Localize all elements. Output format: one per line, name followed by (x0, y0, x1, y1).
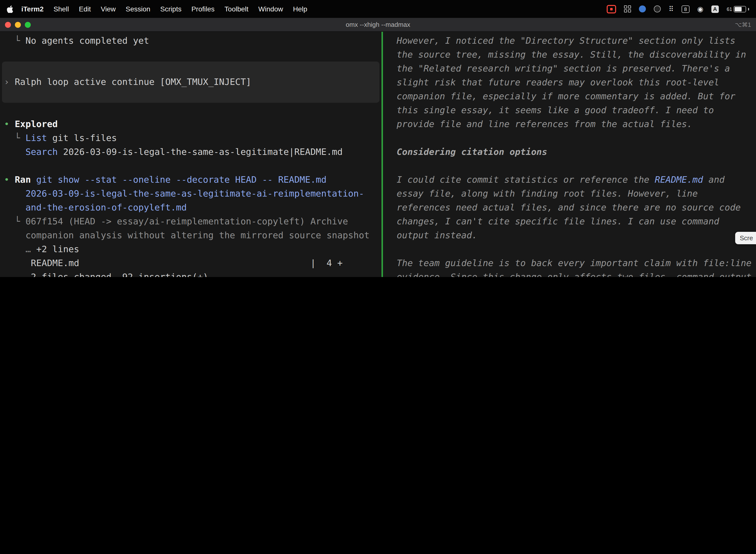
text-segment: • (4, 119, 15, 129)
terminal-line: └ 067f154 (HEAD -> essay/ai-reimplementa… (0, 214, 381, 228)
terminal-line: › Ralph loop active continue [OMX_TMUX_I… (4, 75, 379, 89)
text-segment: git ls-files (47, 132, 117, 143)
text-segment: Ran (15, 174, 31, 185)
battery-percent: 61 (727, 6, 732, 12)
text-segment: 2 files changed, 92 insertions(+) (4, 272, 208, 277)
text-segment: However, I noticed the "Directory Struct… (386, 35, 736, 46)
menu-bar-status-icons: ⠿ 8 ◉ A 61 (607, 5, 756, 13)
workspace-grid-icon[interactable] (624, 5, 631, 12)
menu-bar: iTerm2ShellEditViewSessionScriptsProfile… (0, 0, 756, 18)
text-segment: git show --stat --oneline --decorate HEA… (31, 174, 326, 185)
dark-app-icon[interactable] (654, 5, 661, 12)
menu-item-scripts[interactable]: Scripts (155, 5, 187, 13)
text-segment: README.md | 4 + (4, 258, 342, 268)
text-segment: └ (4, 132, 25, 143)
window-title-bar: omx --xhigh --madmax ⌥⌘1 (0, 18, 756, 32)
menu-item-toolbelt[interactable]: Toolbelt (219, 5, 253, 13)
app-grid-icon[interactable]: ⠿ (669, 5, 674, 12)
text-segment: Ralph loop active continue [OMX_TMUX_INJ… (15, 76, 251, 87)
menu-items: iTerm2ShellEditViewSessionScriptsProfile… (16, 5, 312, 13)
terminal-line: Search 2026-03-09-is-legal-the-same-as-l… (0, 145, 381, 159)
terminal-line: essay file, along with finding root file… (383, 187, 756, 201)
text-segment: 2026-03-09-is-legal-the-same-as-legitima… (58, 147, 343, 157)
right-pane[interactable]: However, I noticed the "Directory Struct… (383, 32, 756, 277)
text-segment: provide file and line references from th… (386, 119, 692, 129)
input-source-icon[interactable]: A (711, 5, 719, 13)
text-segment: the "Related research writing" section i… (386, 63, 730, 73)
text-segment: this single essay, it seems like a good … (386, 105, 714, 115)
blank-line (383, 159, 756, 173)
text-segment: └ (4, 35, 25, 46)
text-segment: and-the-erosion-of-copyleft.md (4, 202, 187, 213)
terminal-line: • Explored (0, 117, 381, 131)
menu-item-session[interactable]: Session (121, 5, 155, 13)
apple-menu-icon[interactable] (7, 5, 13, 13)
terminal-line: 2 files changed, 92 insertions(+) (0, 270, 381, 277)
text-segment: and (703, 174, 725, 185)
terminal-line: the source tree, missing the essay. Stil… (383, 48, 756, 62)
terminal-line: … +2 lines (0, 242, 381, 256)
menu-item-profiles[interactable]: Profiles (187, 5, 219, 13)
left-pane[interactable]: └ No agents completed yet› Ralph loop ac… (0, 32, 381, 277)
window-title: omx --xhigh --madmax (0, 21, 756, 28)
terminal-line: 2026-03-09-is-legal-the-same-as-legitima… (0, 187, 381, 201)
text-segment: companion file, especially if more comme… (386, 91, 736, 101)
terminal-line: However, I noticed the "Directory Struct… (383, 34, 756, 48)
terminal-line: • Ran git show --stat --oneline --decora… (0, 173, 381, 187)
keycap-8-icon[interactable]: 8 (682, 5, 689, 13)
blank-line (383, 131, 756, 145)
text-segment: List (25, 132, 47, 143)
text-segment: … (4, 244, 36, 254)
terminal-line: slight risk that future readers may over… (383, 75, 756, 89)
menu-bar-left: iTerm2ShellEditViewSessionScriptsProfile… (0, 5, 312, 13)
screen: iTerm2ShellEditViewSessionScriptsProfile… (0, 0, 756, 277)
terminal-line: this single essay, it seems like a good … (383, 103, 756, 117)
blank-line (0, 159, 381, 173)
battery-icon[interactable]: 61 (727, 6, 749, 12)
text-segment: evidence. Since this change only affects… (386, 272, 752, 277)
ralph-loop-banner: › Ralph loop active continue [OMX_TMUX_I… (2, 62, 379, 103)
terminal-line: Considering citation options (383, 145, 756, 159)
terminal-line: the "Related research writing" section i… (383, 62, 756, 75)
menu-item-view[interactable]: View (96, 5, 121, 13)
menu-item-help[interactable]: Help (288, 5, 312, 13)
text-segment: › (4, 76, 15, 87)
terminal-line: companion analysis without altering the … (0, 228, 381, 242)
terminal-line: and-the-erosion-of-copyleft.md (0, 201, 381, 214)
text-segment: The team guideline is to back every impo… (386, 258, 752, 268)
text-segment: changes, I can't cite specific file line… (386, 216, 719, 226)
terminal-line: README.md | 4 + (0, 256, 381, 270)
text-segment: slight risk that future readers may over… (386, 77, 719, 88)
text-segment: essay file, along with finding root file… (386, 188, 698, 199)
camera-icon[interactable]: ◉ (697, 5, 703, 12)
menu-item-shell[interactable]: Shell (49, 5, 74, 13)
battery-body (734, 6, 746, 12)
text-segment: the source tree, missing the essay. Stil… (386, 49, 746, 60)
menu-item-window[interactable]: Window (253, 5, 288, 13)
terminal-line: The team guideline is to back every impo… (383, 256, 756, 270)
terminal-line: I could cite commit statistics or refere… (383, 173, 756, 187)
terminal-line: provide file and line references from th… (383, 117, 756, 131)
text-segment: output instead. (386, 230, 477, 240)
menu-item-iterm2[interactable]: iTerm2 (16, 5, 49, 13)
blue-app-icon[interactable] (639, 5, 646, 12)
terminal-panes: └ No agents completed yet› Ralph loop ac… (0, 32, 756, 277)
text-segment: I could cite commit statistics or refere… (386, 174, 655, 185)
terminal-line: output instead. (383, 228, 756, 242)
screen-recording-indicator-icon[interactable] (607, 5, 616, 13)
blank-line (383, 242, 756, 256)
text-segment: Search (4, 147, 58, 157)
text-segment: Explored (15, 119, 58, 129)
terminal-line: references need actual files, and since … (383, 201, 756, 214)
text-segment: companion analysis without altering the … (4, 230, 370, 240)
menu-item-edit[interactable]: Edit (74, 5, 96, 13)
terminal-line: └ List git ls-files (0, 131, 381, 145)
text-segment: +2 lines (36, 244, 79, 254)
window-shortcut: ⌥⌘1 (735, 21, 751, 28)
text-segment: • (4, 174, 15, 185)
screen-share-tooltip[interactable]: Scre (736, 232, 756, 244)
terminal-line: └ No agents completed yet (0, 34, 381, 48)
terminal-line: evidence. Since this change only affects… (383, 270, 756, 277)
text-segment: references need actual files, and since … (386, 202, 741, 213)
apple-logo (7, 5, 13, 13)
